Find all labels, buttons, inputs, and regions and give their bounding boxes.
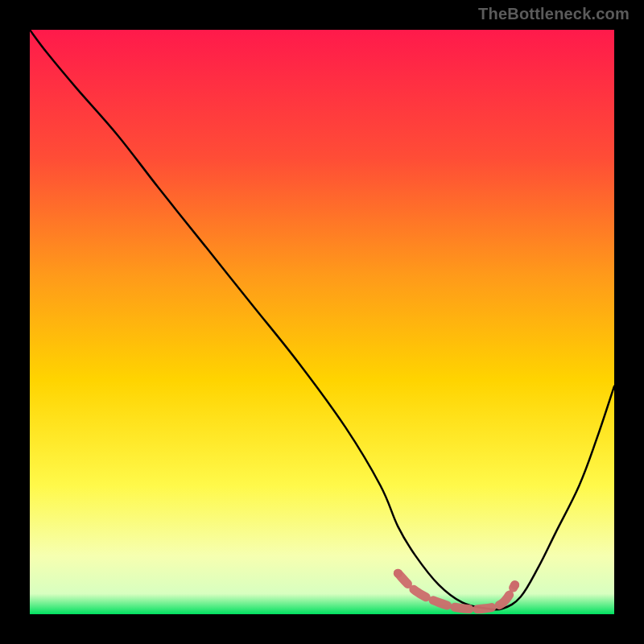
watermark-text: TheBottleneck.com	[478, 5, 630, 23]
gradient-background	[30, 30, 614, 614]
chart-frame: TheBottleneck.com	[0, 0, 644, 644]
plot-area	[30, 30, 614, 614]
optimal-zone-endpoint	[394, 569, 402, 578]
chart-svg	[30, 30, 614, 614]
optimal-zone-endpoint	[510, 580, 519, 589]
